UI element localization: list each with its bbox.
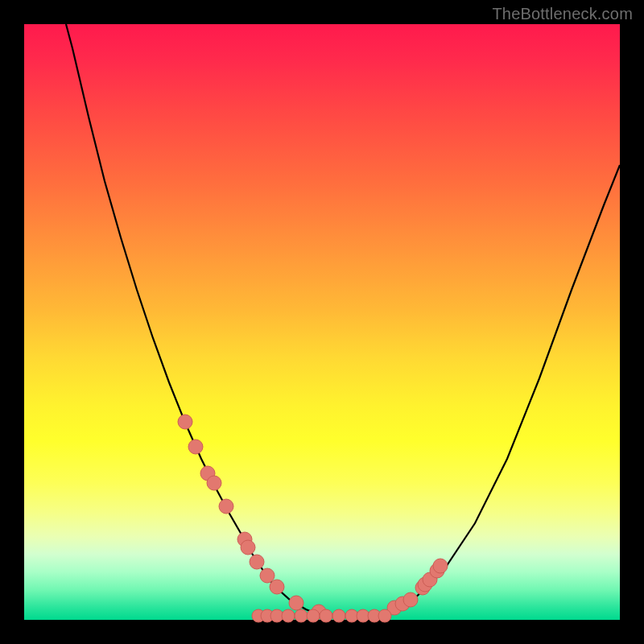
data-marker — [250, 555, 264, 569]
data-marker — [241, 540, 255, 555]
data-marker — [433, 559, 448, 573]
data-marker — [378, 609, 391, 622]
data-marker — [332, 609, 345, 622]
markers-right-group — [387, 559, 448, 615]
data-marker — [270, 580, 284, 594]
watermark-text: TheBottleneck.com — [492, 5, 633, 23]
data-marker — [403, 592, 418, 607]
markers-left-group — [178, 415, 326, 619]
v-curve-line — [66, 24, 620, 616]
data-marker — [307, 609, 320, 622]
data-marker — [320, 609, 332, 622]
data-marker — [207, 476, 221, 490]
plot-svg — [24, 24, 620, 620]
data-marker — [282, 609, 295, 622]
data-marker — [295, 609, 308, 622]
chart-frame: TheBottleneck.com — [0, 0, 644, 644]
data-marker — [260, 568, 275, 583]
data-marker — [219, 499, 233, 514]
data-marker — [188, 440, 203, 454]
data-marker — [289, 596, 303, 610]
data-marker — [178, 415, 192, 429]
markers-bottom-group — [252, 609, 391, 622]
